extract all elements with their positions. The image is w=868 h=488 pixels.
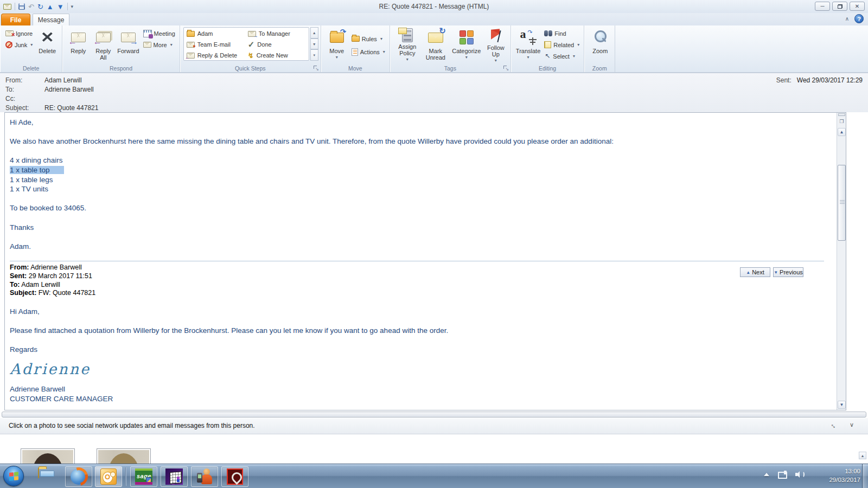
people-pane-hint: Click on a photo to see social network u…: [9, 422, 255, 429]
quick-steps-dialog-launcher[interactable]: [313, 65, 319, 71]
handwritten-signature: Adrienne: [10, 364, 824, 374]
quoted-paragraph: Please find attached a quotation from Wi…: [10, 326, 824, 336]
ribbon-group-move: ↷ Move Rules Actions Move: [321, 25, 390, 72]
taskbar-sage-button[interactable]: sage: [130, 466, 157, 487]
save-button[interactable]: [18, 3, 25, 10]
list-item: 1 x table legs: [10, 175, 824, 185]
body-scrollbar[interactable]: ❐ ▲ ▼: [837, 113, 846, 410]
scroll-thumb[interactable]: [838, 165, 846, 241]
list-item-selected: 1 x table top: [10, 165, 824, 175]
forward-button[interactable]: → Forward: [116, 27, 141, 63]
network-icon[interactable]: [778, 471, 787, 478]
people-pane-expand-icon[interactable]: ↔: [829, 420, 840, 431]
find-button[interactable]: Find: [542, 28, 582, 39]
browse-pages-icon[interactable]: ❐: [838, 117, 846, 126]
zoom-button[interactable]: Zoom: [588, 27, 612, 63]
quick-steps-scroll-down[interactable]: ▼: [310, 38, 318, 50]
from-value: Adam Lerwill: [44, 76, 82, 84]
ribbon: ✕ Ignore Junk ✕ Delete Delete ←: [0, 25, 868, 73]
collapse-ribbon-icon[interactable]: ∧: [845, 16, 849, 22]
taskbar-firefox-button[interactable]: [65, 466, 92, 487]
customize-qat-button[interactable]: ▾: [71, 4, 74, 9]
checkmark-icon: ✓: [248, 40, 255, 49]
rules-button[interactable]: Rules: [349, 33, 387, 44]
taskbar-clock[interactable]: 13:00 29/03/2017: [829, 467, 860, 484]
quick-steps-more[interactable]: ▾: [310, 49, 318, 61]
reply-button[interactable]: ← Reply: [66, 27, 91, 63]
start-button[interactable]: [3, 466, 24, 486]
more-respond-button[interactable]: More: [141, 39, 177, 50]
related-button[interactable]: Related: [542, 39, 582, 50]
group-label-quick-steps: Quick Steps: [180, 65, 321, 72]
mark-unread-button[interactable]: Mark Unread: [422, 27, 450, 63]
ignore-button[interactable]: ✕ Ignore: [3, 28, 35, 39]
redo-button[interactable]: ↻: [37, 3, 43, 10]
people-pane-collapse-icon[interactable]: ∨: [850, 421, 854, 429]
next-button[interactable]: ▲Next: [740, 267, 770, 277]
quick-step-to-manager[interactable]: → To Manager: [246, 28, 308, 39]
quick-step-team-email[interactable]: ● Team E-mail: [185, 39, 246, 50]
taskbar-contacts-button[interactable]: [191, 466, 218, 487]
people-scroll-up-arrow[interactable]: ▲: [859, 452, 866, 459]
restore-button[interactable]: [832, 2, 847, 11]
previous-button[interactable]: ▼Previous: [773, 267, 803, 277]
reply-all-button[interactable]: ← Reply All: [91, 27, 116, 63]
quick-step-adam[interactable]: Adam: [185, 28, 246, 39]
group-label-move: Move: [321, 65, 390, 72]
assign-policy-button[interactable]: Assign Policy: [393, 27, 422, 63]
show-desktop-button[interactable]: [862, 464, 868, 488]
create-new-icon: ↯: [248, 52, 254, 60]
pane-splitter[interactable]: [2, 412, 866, 418]
speaker-icon[interactable]: [795, 471, 804, 478]
quick-step-done[interactable]: ✓ Done: [246, 39, 308, 50]
previous-item-button[interactable]: ▲: [47, 3, 54, 10]
tab-file[interactable]: File: [1, 14, 30, 25]
firefox-icon: [71, 468, 87, 485]
follow-up-button[interactable]: Follow Up: [483, 27, 508, 63]
help-button[interactable]: ?: [854, 14, 864, 23]
thanks-line: Thanks: [10, 223, 824, 233]
select-icon: [544, 53, 551, 60]
mark-unread-icon: [428, 33, 443, 43]
cc-label: Cc:: [5, 95, 44, 102]
tab-message[interactable]: Message: [33, 14, 69, 25]
split-handle[interactable]: [838, 113, 845, 116]
minimize-button[interactable]: ─: [815, 2, 830, 11]
actions-button[interactable]: Actions: [349, 46, 387, 57]
message-window-icon[interactable]: [3, 4, 11, 10]
move-button[interactable]: ↷ Move: [324, 27, 349, 63]
categorize-button[interactable]: Categorize: [450, 27, 483, 63]
from-label: From:: [5, 76, 44, 84]
translate-button[interactable]: a↷ Translate: [514, 27, 542, 63]
rules-icon: [352, 36, 360, 42]
quick-steps-scroll-up[interactable]: ▲: [310, 27, 318, 38]
move-to-folder-icon: [187, 31, 195, 37]
next-item-button[interactable]: ▼: [57, 3, 64, 10]
scroll-down-arrow[interactable]: ▼: [838, 401, 846, 409]
categorize-icon: [459, 30, 474, 44]
quick-step-create-new[interactable]: ↯ Create New: [246, 50, 308, 61]
quoted-header: From: Adrienne Barwell Sent: 29 March 20…: [10, 264, 824, 298]
meeting-button[interactable]: Meeting: [141, 28, 177, 39]
taskbar-outlook-button[interactable]: [95, 466, 122, 487]
tray-hidden-icons-button[interactable]: [764, 473, 769, 476]
tags-dialog-launcher[interactable]: [503, 65, 509, 71]
taskbar-acrobat-button[interactable]: [221, 466, 248, 487]
explorer-icon: [38, 468, 39, 478]
group-label-respond: Respond: [62, 65, 179, 72]
delete-icon: ✕: [41, 30, 54, 45]
move-folder-icon: ↷: [330, 33, 344, 43]
close-button[interactable]: ✕: [850, 2, 865, 11]
taskbar-explorer-button[interactable]: [38, 468, 39, 478]
junk-button[interactable]: Junk: [3, 39, 35, 50]
taskbar-grid-app-button[interactable]: [161, 466, 188, 487]
clock-date: 29/03/2017: [829, 476, 860, 484]
previous-arrow-icon: ▼: [774, 270, 778, 275]
to-label: To:: [5, 86, 44, 93]
scroll-up-arrow[interactable]: ▲: [838, 128, 846, 136]
select-button[interactable]: Select: [542, 50, 582, 62]
quick-step-reply-delete[interactable]: ← Reply & Delete: [185, 50, 246, 61]
sage-icon: sage: [135, 468, 152, 485]
delete-button[interactable]: ✕ Delete: [35, 27, 60, 63]
undo-button[interactable]: ↶: [28, 3, 34, 10]
